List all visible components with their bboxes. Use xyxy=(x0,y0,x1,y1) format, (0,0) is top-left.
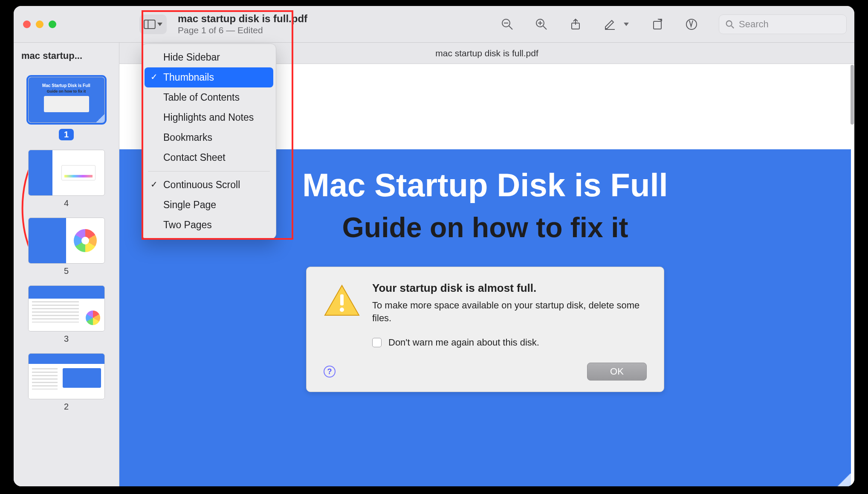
highlight-icon xyxy=(685,18,698,31)
page-number-label: 3 xyxy=(21,334,111,344)
preview-window: mac startup disk is full.pdf Page 1 of 6… xyxy=(14,6,854,486)
zoom-out-icon xyxy=(501,18,514,31)
thumbnail-sidebar: mac startup... Mac Startup Disk is Full … xyxy=(14,43,119,486)
page-number-label: 2 xyxy=(21,402,111,412)
page-number-label: 4 xyxy=(21,198,111,208)
alert-body: To make more space available on your sta… xyxy=(372,299,647,324)
window-controls xyxy=(20,20,56,28)
highlight-button[interactable] xyxy=(685,17,698,31)
dont-warn-checkbox[interactable] xyxy=(372,338,382,347)
svg-point-19 xyxy=(340,308,344,312)
page-thumbnail-1[interactable]: Mac Startup Disk is Full Guide on how to… xyxy=(28,77,105,123)
dont-warn-label: Don't warn me again about this disk. xyxy=(388,337,539,348)
svg-rect-0 xyxy=(144,20,155,28)
menu-separator xyxy=(148,171,270,171)
svg-point-14 xyxy=(726,20,732,26)
sidebar-icon xyxy=(144,20,156,29)
view-dropdown-menu: Hide Sidebar ✓Thumbnails Table of Conten… xyxy=(142,44,276,239)
markup-menu-chevron[interactable] xyxy=(622,23,630,26)
svg-rect-12 xyxy=(654,21,661,29)
menu-item-bookmarks[interactable]: Bookmarks xyxy=(145,128,273,148)
zoom-window-button[interactable] xyxy=(49,20,56,28)
menu-item-highlights-notes[interactable]: Highlights and Notes xyxy=(145,108,273,128)
document-title: mac startup disk is full.pdf xyxy=(178,13,307,25)
share-icon xyxy=(569,18,582,31)
warning-icon xyxy=(324,284,360,317)
title-block: mac startup disk is full.pdf Page 1 of 6… xyxy=(178,13,307,36)
menu-item-two-pages[interactable]: Two Pages xyxy=(145,215,273,235)
chevron-down-icon xyxy=(157,23,162,26)
markup-button[interactable] xyxy=(603,17,616,31)
search-placeholder: Search xyxy=(739,19,769,30)
rotate-icon xyxy=(651,18,664,31)
sidebar-title: mac startup... xyxy=(21,50,82,61)
page-thumbnail-2[interactable] xyxy=(28,353,105,399)
minimize-window-button[interactable] xyxy=(36,20,43,28)
toolbar: mac startup disk is full.pdf Page 1 of 6… xyxy=(14,6,854,43)
svg-line-6 xyxy=(543,26,547,29)
pencil-icon xyxy=(603,18,616,31)
page-number-label: 5 xyxy=(21,266,111,276)
help-button[interactable]: ? xyxy=(324,366,336,378)
rotate-button[interactable] xyxy=(651,17,664,31)
menu-item-contact-sheet[interactable]: Contact Sheet xyxy=(145,148,273,168)
alert-title: Your startup disk is almost full. xyxy=(372,282,647,295)
search-icon xyxy=(725,20,735,29)
menu-item-single-page[interactable]: Single Page xyxy=(145,195,273,215)
svg-rect-18 xyxy=(340,294,344,305)
zoom-in-icon xyxy=(535,18,548,31)
check-icon: ✓ xyxy=(150,179,158,190)
menu-item-hide-sidebar[interactable]: Hide Sidebar xyxy=(145,47,273,67)
page-fold-decoration xyxy=(791,474,851,486)
search-field[interactable]: Search xyxy=(719,15,847,34)
document-subtitle: Page 1 of 6 — Edited xyxy=(178,25,307,35)
ok-button[interactable]: OK xyxy=(587,363,647,381)
page-number-badge: 1 xyxy=(59,129,74,140)
macos-alert-dialog: Your startup disk is almost full. To mak… xyxy=(306,267,664,392)
page-thumbnail-4[interactable] xyxy=(28,150,105,196)
check-icon: ✓ xyxy=(150,71,158,83)
menu-item-thumbnails[interactable]: ✓Thumbnails xyxy=(145,67,273,87)
vertical-scrollbar[interactable] xyxy=(850,64,854,486)
view-menu-button[interactable] xyxy=(139,15,167,34)
close-window-button[interactable] xyxy=(23,20,31,28)
svg-line-15 xyxy=(732,26,734,28)
menu-item-table-of-contents[interactable]: Table of Contents xyxy=(145,87,273,108)
zoom-out-button[interactable] xyxy=(501,17,514,31)
tab-active[interactable]: mac startup disk is full.pdf xyxy=(435,48,538,58)
page-thumbnail-3[interactable] xyxy=(28,285,105,331)
menu-item-continuous-scroll[interactable]: ✓Continuous Scroll xyxy=(145,175,273,195)
page-thumbnail-5[interactable] xyxy=(28,218,105,264)
zoom-in-button[interactable] xyxy=(535,17,548,31)
share-button[interactable] xyxy=(569,17,582,31)
svg-line-3 xyxy=(509,26,512,29)
